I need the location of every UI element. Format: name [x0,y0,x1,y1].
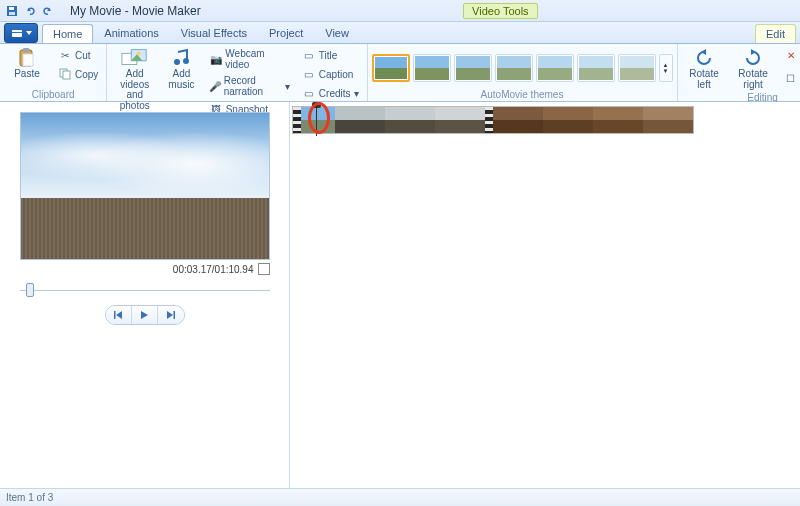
svg-rect-2 [9,12,15,15]
add-music-button[interactable]: Add music [162,45,201,91]
svg-rect-4 [12,32,22,33]
svg-point-14 [174,59,180,65]
ribbon: Paste ✂Cut Copy Clipboard Add videos and… [0,44,800,102]
copy-button[interactable]: Copy [54,65,102,83]
preview-pane: 00:03.17/01:10.94 [0,102,290,488]
redo-icon[interactable] [40,3,56,19]
contextual-tab-label: Video Tools [463,3,537,19]
tab-animations[interactable]: Animations [93,23,169,42]
storyboard-pane[interactable] [290,102,800,488]
caption-icon: ▭ [302,67,316,81]
playback-controls [105,305,185,325]
tab-edit[interactable]: Edit [755,24,796,43]
group-label-themes: AutoMovie themes [372,88,673,101]
rotate-right-button[interactable]: Rotate right [731,45,776,91]
save-icon[interactable] [4,3,20,19]
title-bar: My Movie - Movie Maker Video Tools [0,0,800,22]
themes-more-button[interactable]: ▲▼ [659,54,673,82]
quick-access-toolbar [4,3,56,19]
theme-thumb-4[interactable] [495,54,533,82]
record-narration-button[interactable]: 🎤Record narration ▾ [205,73,294,99]
film-perforation-icon [293,107,301,133]
chevron-down-icon: ▾ [285,81,290,92]
group-add: Add videos and photos Add music 📷Webcam … [107,44,367,101]
delete-icon: ✕ [784,48,798,62]
theme-thumb-3[interactable] [454,54,492,82]
theme-thumb-7[interactable] [618,54,656,82]
status-text: Item 1 of 3 [6,492,53,503]
theme-thumb-5[interactable] [536,54,574,82]
rotate-left-button[interactable]: Rotate left [682,45,727,91]
microphone-icon: 🎤 [209,79,221,93]
svg-rect-9 [63,71,70,79]
svg-marker-17 [751,49,756,55]
time-counter: 00:03.17/01:10.94 [173,264,254,275]
group-label-clipboard: Clipboard [4,88,102,101]
webcam-video-button[interactable]: 📷Webcam video [205,46,294,72]
rotate-right-icon [739,48,767,68]
svg-rect-6 [23,48,29,52]
caption-button[interactable]: ▭Caption [298,65,363,83]
main-area: 00:03.17/01:10.94 [0,102,800,488]
undo-icon[interactable] [22,3,38,19]
paste-button[interactable]: Paste [4,45,50,81]
svg-marker-24 [141,311,148,319]
svg-marker-16 [701,49,706,55]
svg-rect-25 [173,311,175,319]
group-clipboard: Paste ✂Cut Copy Clipboard [0,44,107,101]
chevron-down-icon [26,31,32,35]
rotate-right-label: Rotate right [738,69,767,90]
seek-slider[interactable] [20,285,270,295]
svg-marker-26 [167,311,173,319]
title-button[interactable]: ▭Title [298,46,363,64]
next-frame-button[interactable] [158,306,184,324]
seek-thumb[interactable] [26,283,34,297]
theme-thumb-1[interactable] [372,54,410,82]
tab-home[interactable]: Home [42,24,93,43]
add-music-label: Add music [168,69,194,90]
window-title: My Movie - Movie Maker [70,4,201,18]
cut-button[interactable]: ✂Cut [54,46,102,64]
scissors-icon: ✂ [58,48,72,62]
credits-icon: ▭ [302,86,316,100]
theme-thumb-2[interactable] [413,54,451,82]
paste-label: Paste [14,69,40,80]
svg-marker-23 [116,311,122,319]
group-editing: Rotate left Rotate right ✕Remove ☐Select… [678,44,800,101]
file-menu-button[interactable] [4,23,38,43]
svg-point-15 [183,58,189,64]
remove-button[interactable]: ✕Remove [780,46,800,64]
tab-visual-effects[interactable]: Visual Effects [170,23,258,42]
rotate-left-label: Rotate left [689,69,718,90]
svg-rect-22 [114,311,116,319]
ribbon-tab-row: Home Animations Visual Effects Project V… [0,22,800,44]
copy-icon [58,67,72,81]
group-automovie-themes: ▲▼ AutoMovie themes [368,44,678,101]
film-perforation-icon [485,107,493,133]
music-note-icon [167,48,195,68]
select-all-button[interactable]: ☐Select all [780,65,800,91]
svg-rect-3 [12,30,22,37]
status-bar: Item 1 of 3 [0,488,800,506]
theme-thumb-6[interactable] [577,54,615,82]
credits-button[interactable]: ▭Credits ▾ [298,84,363,102]
annotation-highlight-circle [308,102,330,134]
select-all-icon: ☐ [784,71,798,85]
timeline-strip[interactable] [292,106,694,134]
svg-rect-7 [23,54,33,66]
rotate-left-icon [690,48,718,68]
photo-video-icon [121,48,149,68]
tab-project[interactable]: Project [258,23,314,42]
chevron-down-icon: ▾ [354,88,359,99]
title-icon: ▭ [302,48,316,62]
previous-frame-button[interactable] [106,306,132,324]
video-preview[interactable] [20,112,270,260]
play-button[interactable] [132,306,158,324]
tab-view[interactable]: View [314,23,360,42]
clipboard-icon [13,48,41,68]
svg-point-12 [137,51,141,55]
svg-rect-1 [9,7,14,10]
webcam-icon: 📷 [209,52,223,66]
expand-icon[interactable] [258,263,270,275]
